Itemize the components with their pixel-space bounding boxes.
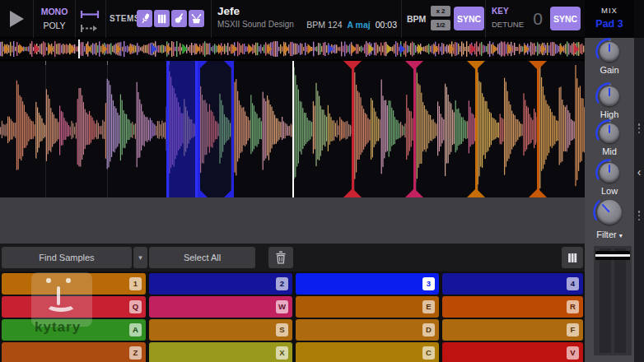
knob-arc (600, 86, 619, 106)
waveform-display[interactable] (0, 61, 585, 197)
mono-toggle[interactable]: MONO (35, 6, 74, 16)
cue-marker-flag-top (343, 61, 362, 70)
cue-marker-flag-bottom (467, 188, 485, 197)
pad-key-label: Q (129, 300, 142, 313)
find-samples-caret-button[interactable]: ▾ (133, 247, 147, 268)
pad-3[interactable]: 3 (296, 273, 439, 295)
section-corner (200, 61, 208, 68)
chevron-left-icon: ‹ (637, 165, 642, 179)
divider (105, 0, 106, 38)
waveform-section[interactable] (198, 61, 234, 197)
play-button[interactable] (0, 0, 33, 38)
pad-V[interactable]: V (442, 342, 583, 362)
divider (401, 0, 402, 38)
pad-key-label: 2 (276, 277, 288, 290)
cue-marker-line[interactable] (537, 61, 539, 197)
pad-4[interactable]: 4 (442, 273, 583, 295)
caret-down-icon: ▾ (138, 253, 142, 262)
eq-knob-gain[interactable] (600, 42, 619, 62)
mix-pad-selector[interactable]: Pad 3 (585, 18, 634, 30)
knob-arc (600, 163, 619, 183)
controls-bar: Attack Release Reverse Favorite Tempo Ke… (0, 197, 585, 244)
pad-key-label: F (567, 323, 579, 336)
knob-arc (600, 42, 619, 62)
pad-S[interactable]: S (149, 319, 292, 341)
pad-C[interactable]: C (296, 342, 439, 362)
bpm-half-button[interactable]: 1/2 (431, 20, 450, 30)
pad-R[interactable]: R (442, 296, 583, 318)
bpm-panel-label: BPM (407, 14, 426, 24)
watermark-eye (66, 278, 71, 283)
piano-keys-icon (567, 252, 578, 264)
pad-F[interactable]: F (442, 319, 583, 341)
cue-marker-line[interactable] (413, 61, 416, 197)
loop-icon (79, 10, 100, 19)
pad-E[interactable]: E (296, 296, 439, 318)
drag-handle-icon[interactable] (637, 209, 642, 222)
volume-fader[interactable] (594, 246, 632, 355)
watermark-text: kytary (35, 319, 81, 336)
knob-arc (597, 200, 622, 225)
one-shot-mode-button[interactable] (79, 21, 100, 30)
overview-canvas[interactable] (0, 39, 585, 58)
guitar-icon (174, 12, 185, 25)
key-sync-button[interactable]: SYNC (550, 7, 581, 30)
sampler-plugin-window: MONO POLY STEMS Jefe MSXII Sound Design … (0, 0, 644, 362)
divider (211, 0, 212, 38)
bpm-x2-button[interactable]: x 2 (431, 6, 450, 16)
pad-key-label: E (422, 300, 435, 313)
divider (75, 0, 76, 38)
fader-handle[interactable] (595, 251, 630, 260)
stem-drums-button[interactable] (189, 10, 204, 27)
stems-button-group (137, 10, 206, 28)
track-key: A maj (348, 20, 371, 30)
find-samples-button[interactable]: Find Samples (2, 247, 132, 268)
select-all-button[interactable]: Select All (149, 247, 255, 268)
cue-marker-flag-top (529, 61, 547, 70)
track-overview-strip[interactable] (0, 38, 585, 60)
bpm-sync-button[interactable]: SYNC (454, 7, 484, 30)
filter-knob[interactable] (597, 200, 622, 225)
stems-label: STEMS (110, 14, 140, 23)
eq-knob-label: High (585, 109, 634, 119)
one-shot-icon (79, 24, 100, 33)
trash-icon (274, 250, 287, 265)
key-detune-value[interactable]: 0 (528, 6, 548, 31)
stem-piano-button[interactable] (154, 10, 170, 27)
stem-guitar-button[interactable] (171, 10, 187, 27)
divider (33, 0, 34, 38)
delete-button[interactable] (268, 247, 293, 268)
cue-marker-flag-bottom (343, 188, 362, 197)
cue-marker-line[interactable] (475, 61, 478, 197)
collapse-panel-button[interactable]: ‹ (634, 165, 644, 179)
pad-W[interactable]: W (149, 296, 292, 318)
fader-groove (600, 248, 611, 353)
eq-knob-low[interactable] (600, 163, 619, 183)
filter-section: Filter ▾ (585, 198, 634, 244)
cue-marker-line[interactable] (352, 61, 354, 197)
track-time: 00:03 (376, 20, 397, 30)
pad-key-label: R (567, 300, 579, 313)
keyboard-view-button[interactable] (562, 247, 583, 268)
eq-knob-mid[interactable] (600, 123, 619, 143)
waveform-section[interactable] (166, 61, 198, 197)
pad-D[interactable]: D (296, 319, 439, 341)
eq-knob-high[interactable] (600, 86, 619, 106)
pad-key-label: 4 (567, 277, 579, 290)
loop-mode-button[interactable] (79, 7, 100, 16)
waveform-playhead[interactable] (292, 61, 294, 197)
stem-mic-button[interactable] (137, 10, 152, 27)
pad-Z[interactable]: Z (2, 342, 146, 362)
mix-header[interactable]: MIX Pad 3 (585, 0, 634, 38)
pad-key-label: V (567, 346, 579, 360)
section-corner (200, 190, 208, 197)
poly-toggle[interactable]: POLY (35, 20, 74, 30)
pad-key-label: C (422, 346, 435, 360)
filter-label-text: Filter (596, 230, 616, 239)
pad-2[interactable]: 2 (149, 273, 292, 295)
drag-handle-icon[interactable] (637, 122, 642, 135)
pad-X[interactable]: X (149, 342, 292, 362)
pad-key-label: D (422, 323, 435, 336)
overview-playhead[interactable] (78, 39, 80, 58)
filter-label[interactable]: Filter ▾ (585, 230, 634, 239)
